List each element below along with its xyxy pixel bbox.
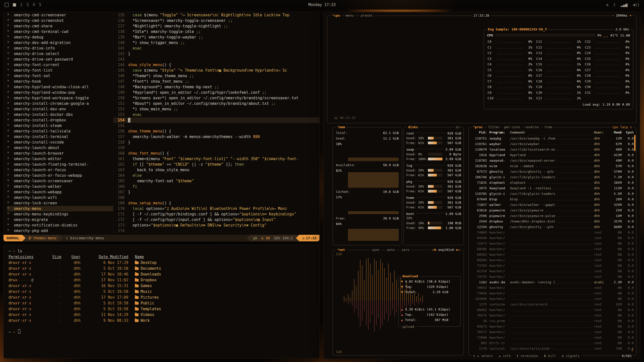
terminal-prompt[interactable]: ~ › — [9, 329, 314, 335]
file-item[interactable]: * omarchy-launch-browser — [7, 151, 113, 156]
process-row[interactable]: 110783swayosd-/usr/bin/swayosd-serverdhh… — [471, 159, 634, 164]
process-row[interactable]: 106746glycin-i/usr/lib/glycin-loadersdhh… — [471, 175, 634, 181]
process-row[interactable]: 12244ghostty/usr/bin/ghostty --gtk-dhh86… — [471, 225, 634, 231]
file-item[interactable]: * omarchy-drive-select — [7, 51, 113, 57]
file-item[interactable]: * omarchy-launch-or-focus-webapp — [7, 173, 113, 178]
file-item[interactable]: * omarchy-drive-info — [7, 46, 113, 51]
workspace-active-icon[interactable] — [13, 3, 16, 7]
interval-plus-button[interactable]: + — [629, 14, 631, 17]
process-row[interactable]: 87649btopbtopdhh26M0.0 — [471, 197, 634, 203]
io-toggle[interactable]: io — [454, 125, 461, 129]
code-line[interactable]: 163 back_to show_style_menu — [113, 167, 319, 173]
file-item[interactable]: * omarchy-dev-add-migration — [7, 40, 113, 46]
net-interface[interactable]: ←b enp191s0 n→ — [431, 248, 461, 252]
process-row[interactable]: 1170tailscal/usr/sbin/tailscaled --root7… — [471, 347, 634, 352]
file-item[interactable]: * omarchy-drive-set-password — [7, 57, 113, 62]
iface-next-button[interactable]: n→ — [456, 248, 460, 252]
ls-name[interactable]: Videos — [128, 312, 314, 318]
process-row[interactable]: 76577kworker/root0B0.0 — [471, 330, 634, 336]
disks-box-title[interactable]: disks — [407, 125, 419, 129]
process-row[interactable]: 2544dropbox/home/dhh/.dropbox-distdhh357… — [471, 219, 634, 225]
iface-prev-button[interactable]: ←b — [432, 248, 436, 252]
file-item[interactable]: * omarchy-install-terminal — [7, 134, 113, 140]
code-line[interactable]: 166 fi — [113, 184, 319, 189]
process-row[interactable]: 71837walker/usr/bin/walker --gappldhh325… — [471, 203, 634, 208]
process-row[interactable]: 16rcu_preeroot0B0.0 — [471, 319, 634, 325]
code-line[interactable]: 151 *About*) open_in_editor ~/.config/om… — [113, 101, 319, 106]
code-line[interactable]: 141 esac — [113, 46, 319, 51]
process-row[interactable]: 110761waybar/usr/bin/waybardhh67M0.0 — [471, 142, 634, 148]
process-row[interactable]: 87573ghostty/usr/bin/ghostty --gtk-dhh37… — [471, 170, 634, 175]
process-row[interactable]: 110751swaybg/usr/bin/swaybg -i /homdhh12… — [471, 137, 634, 142]
code-line[interactable]: 138 *Idle*) omarchy-toggle-idle ;; — [113, 29, 319, 34]
file-item[interactable]: * omarchy-notification-dismiss — [7, 222, 113, 228]
file-item[interactable]: * omarchy-debug — [7, 34, 113, 40]
code-area[interactable]: 135 case $(menu "Toggle" "▭ Screensaver\… — [113, 12, 319, 235]
code-line[interactable]: 142} — [113, 51, 319, 57]
bluetooth-icon[interactable]: ᛒ — [614, 3, 616, 7]
code-line[interactable]: 147 *Font*) show_font_menu ;; — [113, 79, 319, 84]
process-row[interactable]: 72073kworker/root0B0.0 — [471, 242, 634, 247]
process-row[interactable]: 68402kworker/root0B0.0 — [471, 308, 634, 313]
code-line[interactable]: 148 *Background*) omarchy-theme-bg-next … — [113, 84, 319, 90]
file-item[interactable]: * omarchy-launch-or-focus — [7, 167, 113, 173]
file-item[interactable]: * omarchy-install-dropbox — [7, 117, 113, 123]
code-line[interactable]: 167} — [113, 189, 319, 195]
file-item[interactable]: * omarchy-install-tailscale — [7, 128, 113, 134]
ls-name[interactable]: Games — [128, 283, 314, 289]
file-item[interactable]: * omarchy-install-docker-dbs — [7, 112, 113, 117]
ls-name[interactable]: Public — [128, 300, 314, 306]
file-item[interactable]: * omarchy-cmd-screensaver — [7, 12, 113, 18]
code-line[interactable]: 139 *Bar*) omarchy-toggle-waybar ;; — [113, 34, 319, 40]
file-item[interactable]: * omarchy-lock-screen — [7, 200, 113, 206]
code-line[interactable]: 160show_font_menu() { — [113, 151, 319, 156]
swap-arrows-icon[interactable]: ⇅ — [606, 3, 609, 7]
process-row[interactable]: 63816pipewire/usr/bin/pipewiredhh25M0.0 — [471, 208, 634, 214]
process-row[interactable]: 68586kworker/root0B0.0 — [471, 247, 634, 253]
file-item[interactable]: * omarchy-cmd-terminal-cwd — [7, 29, 113, 34]
file-item[interactable]: * omarchy-hyprland-window-pop — [7, 90, 113, 95]
code-line[interactable]: 158} — [113, 140, 319, 145]
file-item[interactable]: * omarchy-launch-about — [7, 145, 113, 151]
process-row[interactable]: 110670localsea/usr/lib/localsearch-exdhh… — [471, 148, 634, 153]
code-line[interactable]: 174 — [113, 228, 319, 234]
process-row[interactable]: 79032kworker/root0B0.0 — [471, 286, 634, 291]
code-line[interactable]: 149 *Hyprland*) open_in_editor ~/.config… — [113, 90, 319, 95]
process-row[interactable]: 71835elephantelephantdhh385M0.0 — [471, 181, 634, 186]
ls-name[interactable]: Documents — [128, 266, 314, 272]
process-row[interactable]: 1162avahi-daavahi-daemon: running [avahi… — [471, 280, 634, 286]
ls-name[interactable]: Work — [128, 318, 314, 324]
file-item[interactable]: * omarchy-launch-floating-terminal- — [7, 162, 113, 167]
net-zero-tab[interactable]: zero — [400, 248, 411, 252]
ls-name[interactable]: Dropbox — [128, 277, 314, 283]
file-item[interactable]: * omarchy-launch-screensaver — [7, 178, 113, 184]
workspace-5[interactable]: 5 — [39, 3, 41, 7]
process-row[interactable]: 102638nvimnvim --embed .dhh57M0.0 — [471, 164, 634, 170]
process-row[interactable]: 74869kworker/root0B0.0 — [471, 231, 634, 236]
code-line[interactable]: 135 case $(menu "Toggle" "▭ Screensaver\… — [113, 12, 319, 18]
ls-name[interactable]: Desktop — [128, 260, 314, 266]
file-item[interactable]: * omarchy-launch-editor — [7, 156, 113, 162]
process-table-header[interactable]: Pid:Program:Command:User:MemBCpu% — [471, 130, 634, 137]
code-line[interactable]: 172 [ -f ~/.config/hypr/input.conf ] && … — [113, 217, 319, 222]
code-line[interactable]: 173 options="$options\n▣ Defaults\n⊕ DNS… — [113, 222, 319, 228]
process-row[interactable]: 1275containe/usr/bin/containerdroot52M0.… — [471, 302, 634, 308]
process-row[interactable]: 95673kworker/root0B0.0 — [471, 325, 634, 330]
process-row[interactable]: 102099kworker/root0B0.0 — [471, 297, 634, 302]
process-row[interactable]: 73656kworker/root0B0.0 — [471, 291, 634, 297]
interval-minus-button[interactable]: - — [612, 14, 614, 17]
file-item[interactable]: * omarchy-launch-wifi — [7, 195, 113, 200]
code-line[interactable]: 165 omarchy-font-set "$theme" — [113, 178, 319, 184]
terminal-window[interactable]: ~ › ls PermissionsSizeUserDate ModifiedN… — [4, 245, 319, 358]
file-item[interactable]: * omarchy-launch-webapp — [7, 189, 113, 195]
code-line[interactable]: 146 *Theme*) show_theme_menu ;; — [113, 73, 319, 79]
file-item[interactable]: * omarchy-install-chromium-google-a — [7, 101, 113, 106]
code-line[interactable]: 155 — [113, 123, 319, 128]
file-item[interactable]: * omarchy-cmd-screenshot — [7, 18, 113, 23]
process-row[interactable]: 803btrfs-trroot0B0.0 — [471, 341, 634, 347]
process-row[interactable]: 74733kworker/root0B0.0 — [471, 275, 634, 280]
ls-name[interactable]: Downloads — [128, 272, 314, 277]
process-row[interactable]: 81310kworker/root0B0.0 — [471, 269, 634, 275]
process-box-title[interactable]: ⁴proc — [472, 125, 484, 129]
proc-reverse-tab[interactable]: reverse — [524, 125, 540, 129]
